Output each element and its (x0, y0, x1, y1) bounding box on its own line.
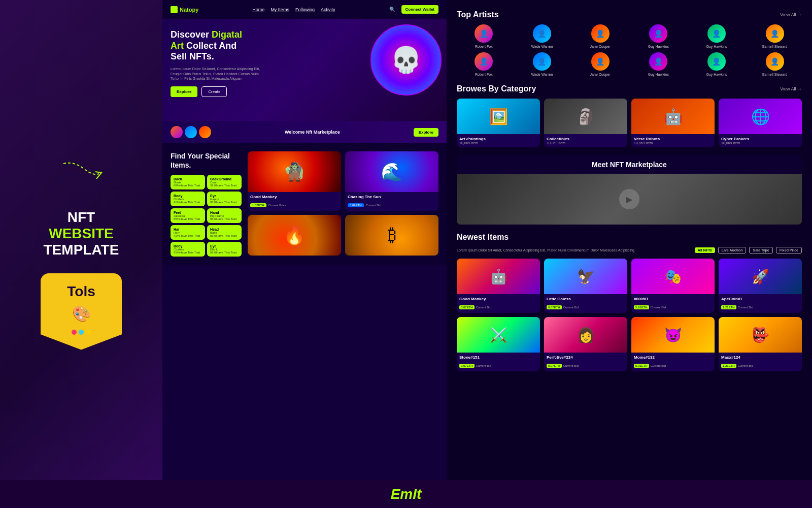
artist-avatar-5: 👤 (707, 24, 726, 43)
meet-section: Meet NFT Marketplace ▶ (457, 155, 802, 225)
trait-hand[interactable]: Hand Big Frame 85%Have This Trait (207, 208, 242, 223)
artist-name-7: Robert Fox (475, 73, 493, 76)
nav-activity[interactable]: Activity (321, 7, 335, 12)
filter-sale-type[interactable]: Sale Type (749, 247, 772, 253)
traits-grid: Back Blank 89%Have This Trait BackGround… (171, 175, 242, 257)
explore-button[interactable]: Explore (171, 86, 197, 97)
top-artists-header: Top Artists View All → (457, 10, 802, 19)
nav-myitems[interactable]: My Items (270, 7, 289, 12)
filter-live-auction[interactable]: Live Auction (718, 247, 747, 253)
filter-bar: Lorem Ipsum Dolor Sit Amet, Consectetur … (457, 247, 802, 253)
banner-explore-button[interactable]: Explore (414, 128, 438, 137)
top-artists-section: Top Artists View All → 👤 Robert Fox 👤 Wa… (457, 10, 802, 76)
nft-navbar: Natopy Home My Items Following Activity … (162, 0, 447, 19)
categories-section: Browes By Category View All → 🖼️ Art /Pa… (457, 84, 802, 147)
top-artists-view-all[interactable]: View All → (780, 12, 802, 17)
filter-fixed-price[interactable]: Fixed Price (776, 247, 802, 253)
artist-avatar-12: 👤 (766, 52, 784, 71)
item-stone151[interactable]: ⚔️ Stone#151 0.07ETHCurrent Bid (457, 317, 540, 371)
artist-2[interactable]: 👤 Wade Warren (515, 24, 569, 48)
nft-card-bitcoin[interactable]: ₿ (345, 215, 438, 256)
category-collectibles[interactable]: 🗿 Collectibles 10,869 Item (544, 99, 627, 147)
category-art-info: Art /Paintings 10,869 Item (457, 134, 540, 147)
item-info-mome132: Mome#132 5.91ETHCurrent Bid (631, 353, 715, 371)
item-0005b[interactable]: 🎭 #0005B 5.91ETHCurrent Bid (631, 259, 715, 313)
badge: Tols 🎨 (41, 273, 122, 350)
category-art-image: 🖼️ (457, 99, 540, 134)
artist-12[interactable]: 👤 Earnell Steward (748, 52, 802, 76)
trait-body-clothes[interactable]: Body Clothes 41%Have This Trait (171, 192, 205, 206)
top-nft-cards-row: 🧌 Good Mankey 1.57ETHCurrent Price 🌊 Cha… (248, 151, 438, 211)
item-perfctive234[interactable]: 👩 Perfctive#234 0.07ETHCurrent Bid (544, 317, 627, 371)
category-cyber-brokers[interactable]: 🌐 Cyber Brokers 10,869 Item (719, 99, 802, 147)
nav-home[interactable]: Home (252, 7, 264, 12)
artist-5[interactable]: 👤 Guy Hawkins (690, 24, 744, 48)
find-title: Find Your Special Items. (171, 151, 242, 170)
category-art[interactable]: 🖼️ Art /Paintings 10,869 Item (457, 99, 540, 147)
trait-eye-blank[interactable]: Eye Blank 91%Have This Trait (207, 242, 242, 257)
category-verse-robots-info: Verse Robots 10,869 Item (631, 134, 715, 147)
card-info-chasing-sun: Chasing The Sun 0.09ETHCurrent Bid (345, 192, 438, 211)
item-image-little-galess: 🦅 (544, 259, 627, 294)
hero-text: Discover Digatal Art Collect And Sell NF… (171, 29, 438, 111)
trait-head[interactable]: Head Base 81%Have This Trait (207, 225, 242, 240)
artist-name-8: Wade Warren (531, 73, 553, 76)
trait-eye-happy[interactable]: Eye Happy 91%Have This Trait (207, 192, 242, 206)
card-image-chasing-sun: 🌊 (345, 151, 438, 192)
artist-avatar-9: 👤 (591, 52, 610, 71)
artist-7[interactable]: 👤 Robert Fox (457, 52, 511, 76)
title-line3: TEMPLATE (44, 242, 119, 258)
nav-following[interactable]: Following (295, 7, 315, 12)
item-image-mome132: 😈 (631, 317, 715, 353)
artist-6[interactable]: 👤 Earnell Steward (748, 24, 802, 48)
item-little-galess[interactable]: 🦅 Little Galess 0.07ETHCurrent Bid (544, 259, 627, 313)
item-apecoin1[interactable]: 🚀 ApeCoin#1 1.21ETHCurrent Bid (719, 259, 802, 313)
artist-4[interactable]: 👤 Guy Hawkins (631, 24, 686, 48)
welcome-banner: Welcome Nft Marketplace Explore (162, 121, 447, 143)
category-verse-robots[interactable]: 🤖 Verse Robots 10,869 Item (631, 99, 715, 147)
trait-body2[interactable]: Body Clothes 41%Have This Trait (171, 242, 205, 257)
badge-title: Tols (67, 283, 95, 300)
newest-header: Newest Items (457, 233, 802, 242)
artist-8[interactable]: 👤 Wade Warren (515, 52, 569, 76)
item-info-good-mankey: Good Mankey 0.07ETHCurrent Bid (457, 294, 540, 313)
trait-background-court[interactable]: BackGround Court 31%Have This Trait (207, 175, 242, 189)
artist-name-4: Guy Hawkins (648, 45, 669, 48)
artist-name-9: Jane Cooper (590, 73, 611, 76)
artist-10[interactable]: 👤 Guy Hawkins (631, 52, 686, 76)
connect-wallet-button[interactable]: Connect Wallet (401, 5, 438, 14)
nft-card-good-mankey[interactable]: 🧌 Good Mankey 1.57ETHCurrent Price (248, 151, 341, 211)
trait-feet[interactable]: Feet Jaloolaa 65%Have This Trait (171, 208, 205, 223)
categories-view-all[interactable]: View All → (780, 86, 802, 91)
item-good-mankey[interactable]: 🤖 Good Mankey 0.07ETHCurrent Bid (457, 259, 540, 313)
right-panel: Top Artists View All → 👤 Robert Fox 👤 Wa… (447, 0, 812, 508)
create-button[interactable]: Create (201, 86, 227, 97)
newest-desc: Lorem Ipsum Dolor Sit Amet, Consectetur … (457, 248, 692, 252)
artist-avatar-7: 👤 (475, 52, 493, 71)
card-image-fire: 🔥 (248, 215, 341, 256)
artist-avatar-4: 👤 (649, 24, 667, 43)
trait-back-blank[interactable]: Back Blank 89%Have This Trait (171, 175, 205, 189)
item-image-masx124: 👺 (719, 317, 802, 353)
nft-card-chasing-sun[interactable]: 🌊 Chasing The Sun 0.09ETHCurrent Bid (345, 151, 438, 211)
item-masx124[interactable]: 👺 Masx#124 1.21ETHCurrent Bid (719, 317, 802, 371)
artist-1[interactable]: 👤 Robert Fox (457, 24, 511, 48)
search-icon[interactable]: 🔍 (389, 7, 395, 12)
item-info-stone151: Stone#151 0.07ETHCurrent Bid (457, 353, 540, 371)
video-container: ▶ (457, 174, 802, 225)
nft-card-fire[interactable]: 🔥 (248, 215, 341, 256)
artist-9[interactable]: 👤 Jane Cooper (573, 52, 627, 76)
categories-title: Browes By Category (457, 84, 536, 93)
nav-links: Home My Items Following Activity (205, 7, 383, 12)
filter-all-nfts[interactable]: All NFTs (695, 247, 715, 253)
artist-avatar-6: 👤 (766, 24, 784, 43)
artist-3[interactable]: 👤 Jane Cooper (573, 24, 627, 48)
artist-11[interactable]: 👤 Guy Hawkins (690, 52, 744, 76)
bottom-nft-cards-row: 🔥 ₿ (248, 215, 438, 256)
artist-name-3: Jane Cooper (590, 45, 611, 48)
newest-items-grid: 🤖 Good Mankey 0.07ETHCurrent Bid 🦅 Littl… (457, 259, 802, 371)
newest-title: Newest Items (457, 233, 509, 242)
emit-text: EmIt (391, 486, 422, 502)
trait-har[interactable]: Har Horn 41%Have This Trait (171, 225, 205, 240)
item-mome132[interactable]: 😈 Mome#132 5.91ETHCurrent Bid (631, 317, 715, 371)
